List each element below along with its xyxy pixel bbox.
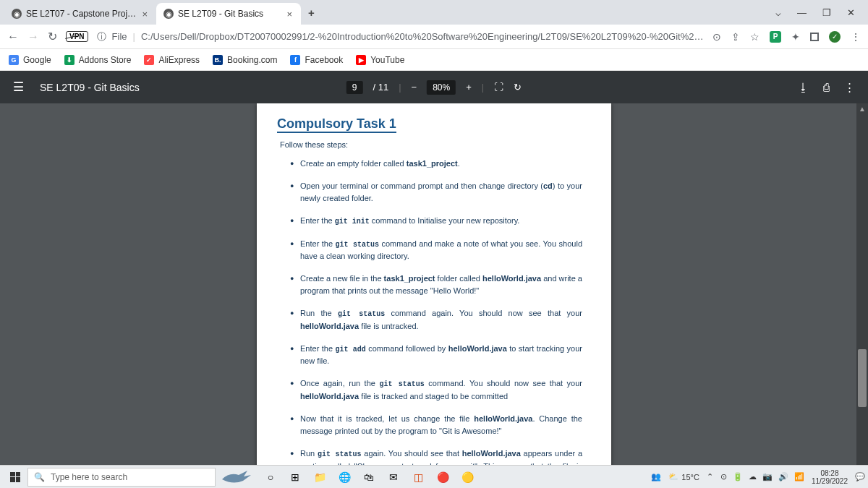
list-item: Now that it is tracked, let us change th…: [290, 413, 582, 437]
address-bar: ← → ↻ VPN ⓘ File | C:/Users/Dell/Dropbox…: [0, 25, 868, 49]
window-controls: ⌵ — ❐ ✕: [775, 7, 868, 18]
list-item: Create a new file in the task1_project f…: [290, 273, 582, 297]
new-tab-button[interactable]: +: [301, 7, 322, 19]
tab-active[interactable]: ◉ SE L2T09 - Git Basics ×: [156, 3, 301, 25]
list-item: Create an empty folder called task1_proj…: [290, 158, 582, 170]
temp-label: 15°C: [681, 473, 699, 481]
scroll-thumb[interactable]: [858, 349, 867, 407]
tray-icon[interactable]: ⊙: [720, 472, 727, 481]
minimize-icon[interactable]: —: [797, 7, 807, 18]
back-button[interactable]: ←: [7, 30, 19, 43]
globe-icon: ◉: [12, 9, 22, 19]
pdf-toolbar: ☰ SE L2T09 - Git Basics 9 / 11 | − 80% +…: [0, 71, 868, 103]
tab-title: SE L2T07 - Capstone Project I - C: [26, 9, 136, 19]
print-icon[interactable]: ⎙: [823, 81, 830, 93]
reload-button[interactable]: ↻: [48, 30, 57, 43]
download-icon[interactable]: ⭳: [798, 81, 809, 93]
chevron-up-icon[interactable]: ⌃: [707, 472, 713, 481]
scrollbar[interactable]: ▲ ▼: [856, 103, 868, 488]
search-input[interactable]: 🔍 Type here to search: [27, 468, 216, 487]
info-icon: ⓘ: [97, 30, 106, 43]
close-icon[interactable]: ✕: [847, 7, 855, 18]
windows-icon: [10, 472, 20, 482]
fit-page-icon[interactable]: ⛶: [494, 82, 503, 93]
chevron-down-icon[interactable]: ⌵: [775, 7, 781, 18]
forward-button[interactable]: →: [27, 30, 39, 43]
pdf-viewport[interactable]: Compulsory Task 1 Follow these steps: Cr…: [0, 103, 868, 488]
zoom-level[interactable]: 80%: [427, 80, 456, 95]
puzzle-icon[interactable]: ✦: [791, 31, 800, 43]
url-field[interactable]: ⓘ File | C:/Users/Dell/Dropbox/DT2007000…: [97, 30, 704, 43]
menu-icon[interactable]: ⋮: [851, 31, 861, 43]
list-item: Enter the git add command followed by he…: [290, 343, 582, 368]
hamburger-icon[interactable]: ☰: [13, 80, 24, 95]
browser-tabs-bar: ◉ SE L2T07 - Capstone Project I - C × ◉ …: [0, 0, 868, 25]
star-icon[interactable]: ☆: [750, 31, 760, 43]
bookmark-icon: ⬇: [64, 55, 75, 65]
zoom-out-button[interactable]: −: [412, 82, 417, 93]
extension-check-icon[interactable]: ✓: [829, 31, 841, 43]
explorer-icon[interactable]: 📁: [310, 468, 330, 487]
tab-inactive[interactable]: ◉ SE L2T07 - Capstone Project I - C ×: [4, 3, 156, 25]
bookmark-label: Facebook: [305, 55, 343, 65]
scroll-up-icon[interactable]: ▲: [858, 105, 867, 113]
people-icon[interactable]: 👥: [651, 472, 661, 481]
date-label: 11/29/2022: [812, 477, 848, 485]
rotate-icon[interactable]: ↻: [514, 82, 522, 93]
list-item: Enter the git status command and make a …: [290, 238, 582, 263]
zoom-in-button[interactable]: +: [466, 82, 472, 93]
bookmark-item[interactable]: ⬇Addons Store: [64, 55, 132, 65]
bookmark-item[interactable]: ▶YouTube: [356, 55, 404, 65]
search-placeholder: Type here to search: [51, 472, 127, 482]
clock[interactable]: 08:28 11/29/2022: [812, 469, 848, 485]
extension-p-icon[interactable]: P: [770, 31, 781, 43]
pdf-title: SE L2T09 - Git Basics: [40, 82, 140, 93]
globe-icon: ◉: [163, 9, 174, 19]
search-icon[interactable]: ⊙: [712, 31, 721, 43]
list-item: Once again, run the git status command. …: [290, 377, 582, 403]
tab-title: SE L2T09 - Git Basics: [178, 9, 281, 19]
bookmark-label: YouTube: [370, 55, 404, 65]
chrome-icon[interactable]: 🔴: [433, 468, 453, 487]
page-input[interactable]: 9: [346, 81, 363, 94]
search-icon: 🔍: [34, 472, 45, 482]
bookmark-item[interactable]: ✓AliExpress: [144, 55, 200, 65]
url-text: C:/Users/Dell/Dropbox/DT20070002991/2-%2…: [141, 31, 704, 42]
maximize-icon[interactable]: ❐: [822, 7, 831, 18]
bookmark-item[interactable]: GGoogle: [9, 55, 51, 65]
bookmark-item[interactable]: fFacebook: [290, 55, 343, 65]
tray-icon[interactable]: ☁: [749, 472, 757, 481]
share-icon[interactable]: ⇪: [731, 31, 740, 43]
volume-icon[interactable]: 🔊: [778, 472, 788, 481]
bookmarks-bar: GGoogle⬇Addons Store✓AliExpressB.Booking…: [0, 49, 868, 71]
bookmark-label: Booking.com: [227, 55, 277, 65]
taskbar: 🔍 Type here to search ○ ⊞ 📁 🌐 🛍 ✉ ◫ 🔴 🟡 …: [0, 465, 868, 488]
office-icon[interactable]: ◫: [408, 468, 428, 487]
close-icon[interactable]: ×: [140, 9, 149, 20]
chrome2-icon[interactable]: 🟡: [457, 468, 477, 487]
list-item: Run the git status command again. You sh…: [290, 307, 582, 333]
edge-icon[interactable]: 🌐: [334, 468, 354, 487]
bookmark-icon: f: [290, 55, 300, 65]
time-label: 08:28: [812, 469, 848, 477]
bird-decoration: [218, 468, 255, 487]
close-icon[interactable]: ×: [285, 9, 294, 20]
bookmark-icon: G: [9, 55, 19, 65]
store-icon[interactable]: 🛍: [359, 468, 379, 487]
mail-icon[interactable]: ✉: [383, 468, 404, 487]
doc-heading: Compulsory Task 1: [277, 116, 396, 133]
weather-widget[interactable]: ⛅ 15°C: [668, 472, 699, 481]
page-total: / 11: [373, 82, 389, 93]
bookmark-item[interactable]: B.Booking.com: [213, 55, 277, 65]
battery-icon[interactable]: 🔋: [733, 472, 743, 481]
wifi-icon[interactable]: 📶: [794, 472, 804, 481]
cortana-icon[interactable]: ○: [260, 468, 281, 487]
bookmark-label: AliExpress: [158, 55, 200, 65]
notifications-icon[interactable]: 💬: [855, 472, 865, 481]
start-button[interactable]: [3, 467, 27, 487]
vpn-badge[interactable]: VPN: [66, 31, 88, 42]
task-view-icon[interactable]: ⊞: [285, 468, 305, 487]
more-icon[interactable]: ⋮: [844, 81, 855, 94]
account-icon[interactable]: [810, 33, 819, 41]
camera-icon[interactable]: 📷: [762, 472, 773, 481]
